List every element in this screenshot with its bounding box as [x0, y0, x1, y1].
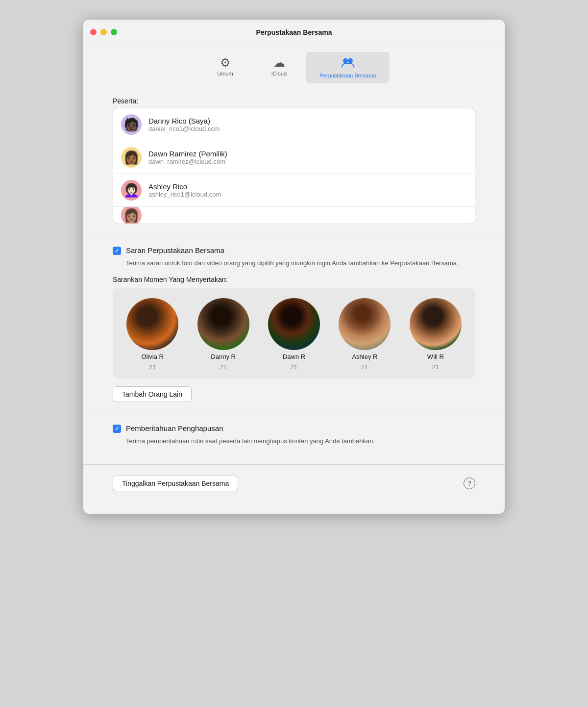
window-title: Perpustakaan Bersama: [256, 28, 332, 36]
participants-list: 🧑🏿 Danny Rico (Saya) daniel_rico1@icloud…: [113, 108, 475, 224]
tab-perpustakaan-label: Perpustakaan Bersama: [320, 73, 376, 78]
moment-item-olivia[interactable]: Olivia R 21: [121, 298, 184, 371]
deletion-checkbox-row: Pemberitahuan Penghapusan: [113, 424, 475, 433]
moment-count-danny: 21: [220, 363, 226, 371]
moment-name-dawn: Dawn R: [283, 353, 305, 360]
moment-item-danny[interactable]: Danny R 21: [191, 298, 255, 371]
moment-name-ashley: Ashley R: [352, 353, 377, 360]
moment-count-olivia: 21: [149, 363, 156, 371]
participant-email-danny: daniel_rico1@icloud.com: [148, 125, 220, 132]
shared-library-checkbox-label: Saran Perpustakaan Bersama: [126, 246, 224, 254]
moment-item-will[interactable]: Will R 21: [404, 298, 467, 371]
content-area: Peserta: 🧑🏿 Danny Rico (Saya) daniel_ric…: [83, 83, 505, 514]
tab-icloud[interactable]: ☁ iCloud: [252, 52, 306, 83]
moment-photo-dawn: [268, 298, 320, 350]
moments-grid: Olivia R 21 Danny R 21 Dawn R 21: [113, 288, 475, 379]
participant-name-dawn: Dawn Ramirez (Pemilik): [148, 150, 227, 158]
shared-library-checkbox-desc: Terima saran untuk foto dan video orang …: [126, 259, 475, 268]
participant-email-dawn: dawn_ramirez@icloud.com: [148, 158, 227, 165]
participant-name-danny: Danny Rico (Saya): [148, 117, 220, 125]
participant-row-dawn: 👩🏾 Dawn Ramirez (Pemilik) dawn_ramirez@i…: [113, 141, 475, 174]
participant-info-danny: Danny Rico (Saya) daniel_rico1@icloud.co…: [148, 117, 220, 132]
svg-point-0: [343, 58, 348, 63]
moment-name-olivia: Olivia R: [141, 353, 164, 360]
moment-item-ashley[interactable]: Ashley R 21: [333, 298, 396, 371]
participants-label: Peserta:: [113, 97, 475, 105]
avatar-dawn: 👩🏾: [121, 147, 142, 168]
moment-name-danny: Danny R: [211, 353, 236, 360]
moment-name-will: Will R: [427, 353, 444, 360]
window-controls: [90, 29, 117, 35]
titlebar: Perpustakaan Bersama: [83, 20, 505, 45]
moment-photo-ashley: [339, 298, 391, 350]
tab-icloud-label: iCloud: [271, 71, 287, 76]
moment-count-ashley: 21: [361, 363, 368, 371]
deletion-notification-section: Pemberitahuan Penghapusan Terima pemberi…: [113, 413, 475, 464]
shared-library-icon: [341, 57, 355, 71]
tab-perpustakaan[interactable]: Perpustakaan Bersama: [306, 52, 390, 83]
avatar-danny: 🧑🏿: [121, 114, 142, 135]
deletion-checkbox[interactable]: [113, 425, 121, 433]
cloud-icon: ☁: [273, 57, 285, 69]
participant-row-partial: 👩🏽: [113, 207, 475, 224]
participant-info-ashley: Ashley Rico ashley_rico1@icloud.com: [148, 182, 221, 198]
moment-photo-olivia: [126, 298, 178, 350]
moment-count-will: 21: [432, 363, 439, 371]
tab-umum-label: Umum: [217, 71, 233, 76]
participant-row-ashley: 👩🏻‍🦱 Ashley Rico ashley_rico1@icloud.com: [113, 174, 475, 207]
svg-point-1: [348, 58, 353, 63]
maximize-button[interactable]: [111, 29, 117, 35]
add-people-button[interactable]: Tambah Orang Lain: [113, 386, 192, 402]
avatar-ashley: 👩🏻‍🦱: [121, 180, 142, 201]
moment-count-dawn: 21: [291, 363, 297, 371]
main-window: Perpustakaan Bersama ⚙ Umum ☁ iCloud Per…: [83, 20, 505, 514]
participant-info-dawn: Dawn Ramirez (Pemilik) dawn_ramirez@iclo…: [148, 150, 227, 165]
footer: Tinggalkan Perpustakaan Bersama ?: [113, 465, 475, 500]
moment-photo-danny: [197, 298, 249, 350]
leave-library-button[interactable]: Tinggalkan Perpustakaan Bersama: [113, 476, 238, 491]
deletion-checkbox-label: Pemberitahuan Penghapusan: [126, 424, 223, 432]
minimize-button[interactable]: [100, 29, 107, 35]
shared-library-checkbox[interactable]: [113, 247, 121, 255]
moment-item-dawn[interactable]: Dawn R 21: [262, 298, 326, 371]
toolbar: ⚙ Umum ☁ iCloud Perpustakaan Bersama: [83, 45, 505, 83]
tab-umum[interactable]: ⚙ Umum: [198, 52, 252, 83]
moment-photo-will: [410, 298, 462, 350]
deletion-checkbox-desc: Terima pemberitahuan rutin saat peserta …: [126, 437, 475, 446]
avatar-partial: 👩🏽: [121, 207, 142, 224]
shared-library-checkbox-row: Saran Perpustakaan Bersama: [113, 246, 475, 255]
participant-name-ashley: Ashley Rico: [148, 182, 221, 191]
gear-icon: ⚙: [220, 57, 231, 69]
help-button[interactable]: ?: [464, 478, 475, 489]
participant-email-ashley: ashley_rico1@icloud.com: [148, 191, 221, 198]
suggest-moments-label: Sarankan Momen Yang Menyertakan:: [113, 276, 475, 283]
close-button[interactable]: [90, 29, 97, 35]
shared-library-section: Saran Perpustakaan Bersama Terima saran …: [113, 235, 475, 413]
participant-row-danny: 🧑🏿 Danny Rico (Saya) daniel_rico1@icloud…: [113, 108, 475, 141]
